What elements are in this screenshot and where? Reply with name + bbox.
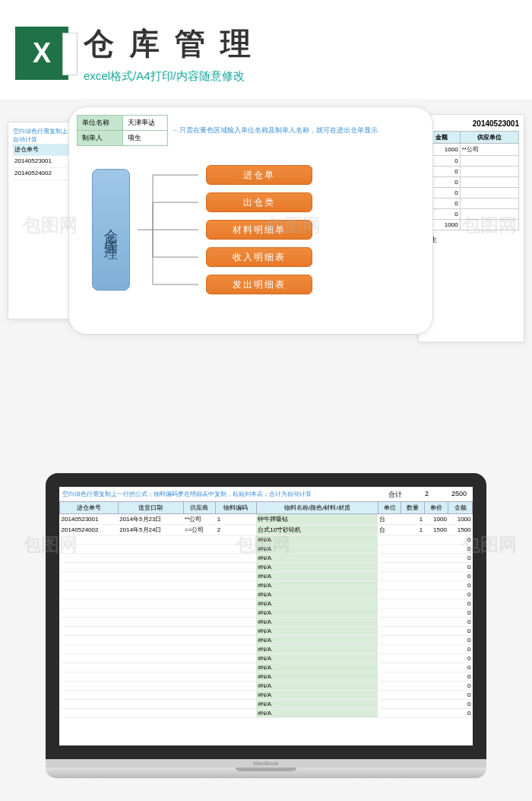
cell: 20140524002 [13, 168, 68, 180]
header-text: 仓库管理 excel格式/A4打印/内容随意修改 [84, 23, 517, 84]
col-header: 物料名称/颜色/材料/材质 [256, 502, 378, 514]
col-header: 物料编码 [216, 502, 257, 514]
maker-value: 项生 [123, 131, 168, 146]
col-header: 进仓单号 [60, 502, 119, 514]
amount-table: 金额 供应单位 1000**公司0000001000 [423, 131, 519, 230]
table-row: #N/A0 [60, 572, 473, 581]
cell [460, 167, 518, 177]
cell [460, 209, 518, 220]
menu-button[interactable]: 进仓单 [206, 165, 312, 185]
table-row: #N/A0 [60, 627, 473, 636]
summary-row: 合计 2 2500 [388, 490, 467, 500]
page-header: X 仓库管理 excel格式/A4打印/内容随意修改 [0, 0, 532, 99]
cell: 20140523001 [13, 156, 68, 167]
unit-value: 天津率达 [123, 116, 168, 131]
table-row: #N/A0 [60, 672, 473, 682]
table-row: #N/A0 [60, 636, 473, 645]
menu-button[interactable]: 收入明细表 [206, 247, 312, 267]
table-row: #N/A0 [60, 599, 473, 609]
cell [460, 188, 518, 199]
table-row: #N/A0 [60, 654, 473, 663]
detail-table: 进仓单号送货日期供应商物料编码物料名称/颜色/材料/材质单位数量单价金额 201… [59, 501, 473, 718]
table-row: 201405230012014年5月23日**公司1钟牛牌吸钻台11000100… [60, 514, 473, 525]
cell [460, 199, 518, 209]
footer-text: 项生 [423, 235, 519, 245]
table-row: #N/A0 [60, 536, 473, 545]
table-row: #N/A0 [60, 691, 473, 700]
diagram-root[interactable]: 仓库管理 [92, 169, 130, 291]
screen-content: 合计 2 2500 空白绿色行需复制上一行的公式；物料编码要在明细表中复制，粘贴… [59, 487, 473, 745]
meta-table: 单位名称 天津率达 ←只需在黄色区域输入单位名称及制单人名称，就可在进出仓单显示… [77, 115, 425, 146]
col-header: 单位 [378, 502, 401, 514]
doc-number: 20140523001 [423, 119, 519, 128]
cell [460, 177, 518, 188]
maker-label: 制单人 [78, 131, 123, 146]
table-row: #N/A0 [60, 581, 473, 590]
excel-x-letter: X [33, 37, 51, 69]
page-subtitle: excel格式/A4打印/内容随意修改 [84, 69, 517, 84]
col-header: 数量 [401, 502, 424, 514]
table-row: #N/A0 [60, 709, 473, 718]
table-row: #N/A0 [60, 609, 473, 618]
nav-diagram: 仓库管理 进仓单出仓类材料明细单收入明细表发出明细表 [77, 161, 425, 298]
col-header: 进仓单号 [13, 144, 68, 155]
hint-text: ←只需在黄色区域输入单位名称及制单人名称，就可在进出仓单显示 [167, 116, 425, 146]
menu-button[interactable]: 发出明细表 [206, 275, 312, 294]
col-header: 供应商 [183, 502, 216, 514]
summary-amount: 2500 [451, 490, 467, 500]
sheet-preview-right: 20140523001 金额 供应单位 1000**公司0000001000 项… [418, 114, 524, 342]
table-row: #N/A0 [60, 545, 473, 554]
col-header: 金额 [448, 502, 473, 514]
table-row: #N/A0 [60, 700, 473, 709]
table-row: #N/A0 [60, 554, 473, 563]
summary-qty: 2 [425, 490, 429, 500]
summary-label: 合计 [388, 490, 402, 500]
table-row: #N/A0 [60, 590, 473, 599]
preview-stack: 空白绿色行需复制上一行的公式... 合计为自动计算 进仓单号 送货日期 2014… [0, 106, 532, 365]
menu-button[interactable]: 材料明细单 [206, 220, 312, 240]
laptop-screen: 合计 2 2500 空白绿色行需复制上一行的公式；物料编码要在明细表中复制，粘贴… [46, 473, 486, 759]
unit-label: 单位名称 [78, 116, 123, 131]
col-header: 供应单位 [460, 132, 518, 144]
laptop-preview: 合计 2 2500 空白绿色行需复制上一行的公式；物料编码要在明细表中复制，粘贴… [46, 473, 486, 778]
table-row: #N/A0 [60, 663, 473, 672]
cell: **公司 [460, 144, 518, 156]
cell [460, 220, 518, 230]
menu-button[interactable]: 出仓类 [206, 192, 312, 212]
table-row: #N/A0 [60, 682, 473, 691]
laptop-brand: MacBook [46, 759, 486, 768]
table-row: 201405240022014年5月24日==公司2台式10寸砂轮机台11500… [60, 525, 473, 536]
connector-lines [138, 161, 198, 298]
table-row: #N/A0 [60, 563, 473, 572]
table-row: #N/A0 [60, 645, 473, 654]
col-header: 送货日期 [118, 502, 183, 514]
laptop-base [46, 768, 486, 778]
sheet-preview-main: 单位名称 天津率达 ←只需在黄色区域输入单位名称及制单人名称，就可在进出仓单显示… [68, 106, 433, 335]
page-title: 仓库管理 [84, 23, 517, 65]
cell [460, 156, 518, 167]
table-row: #N/A0 [60, 618, 473, 627]
menu-column: 进仓单出仓类材料明细单收入明细表发出明细表 [206, 165, 312, 294]
col-header: 单价 [424, 502, 448, 514]
excel-icon: X [15, 27, 68, 80]
